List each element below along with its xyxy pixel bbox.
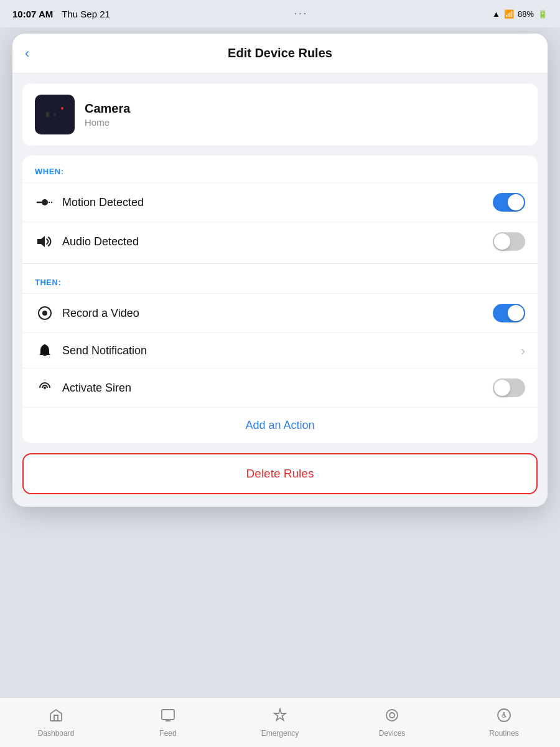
nav-feed[interactable]: Feed: [112, 708, 224, 738]
when-label: WHEN:: [22, 156, 538, 182]
record-video-toggle[interactable]: [493, 304, 525, 322]
emergency-label: Emergency: [261, 729, 299, 738]
send-notification-label: Send Notification: [62, 344, 521, 357]
svg-point-4: [54, 114, 55, 115]
send-notification-chevron: ›: [521, 344, 525, 358]
location-icon: ▲: [492, 9, 500, 19]
battery-icon: 🔋: [538, 9, 548, 19]
svg-text:C: C: [502, 713, 506, 719]
status-date: Thu Sep 21: [62, 9, 110, 19]
bell-icon: [35, 343, 55, 358]
bottom-nav: Dashboard Feed Emergency Devices: [0, 697, 560, 747]
status-time: 10:07 AM: [12, 9, 53, 19]
add-action-section: Add an Action: [22, 407, 538, 443]
activate-siren-toggle[interactable]: [493, 378, 525, 397]
three-dots-icon: ···: [294, 8, 308, 19]
then-label: THEN:: [22, 266, 538, 293]
svg-point-13: [44, 387, 46, 389]
audio-detected-row: Audio Detected: [22, 222, 538, 261]
audio-detected-toggle[interactable]: [493, 232, 525, 251]
feed-label: Feed: [159, 729, 176, 738]
audio-icon: [35, 235, 55, 248]
add-action-button[interactable]: Add an Action: [245, 419, 314, 431]
audio-detected-label: Audio Detected: [62, 235, 493, 248]
svg-point-8: [42, 199, 48, 205]
battery-label: 88%: [518, 9, 534, 19]
feed-icon: [161, 708, 175, 726]
motion-icon: [35, 195, 55, 209]
emergency-icon: [273, 708, 287, 726]
delete-rules-wrap: Delete Rules: [22, 453, 538, 494]
activate-siren-label: Activate Siren: [62, 382, 493, 395]
send-notification-row[interactable]: Send Notification ›: [22, 332, 538, 368]
when-then-divider: [22, 263, 538, 264]
modal-title: Edit Device Rules: [228, 46, 332, 60]
device-location: Home: [85, 117, 130, 128]
routines-icon: C: [497, 708, 511, 726]
devices-label: Devices: [379, 729, 406, 738]
svg-rect-5: [46, 112, 49, 117]
motion-detected-row: Motion Detected: [22, 182, 538, 222]
delete-rules-button[interactable]: Delete Rules: [22, 453, 538, 494]
svg-point-18: [390, 713, 394, 718]
svg-point-12: [42, 311, 47, 316]
status-bar: 10:07 AM Thu Sep 21 ··· ▲ 📶 88% 🔋: [0, 0, 560, 27]
rules-section: WHEN: Motion Detected: [22, 156, 538, 443]
modal-header: ‹ Edit Device Rules: [12, 34, 548, 73]
nav-emergency[interactable]: Emergency: [224, 708, 336, 738]
device-name: Camera: [85, 101, 130, 116]
dashboard-icon: [49, 708, 63, 726]
content-area: ‹ Edit Device Rules Camera Home: [0, 27, 560, 697]
motion-detected-toggle[interactable]: [493, 193, 525, 212]
record-video-row: Record a Video: [22, 293, 538, 332]
siren-icon: [35, 381, 55, 395]
device-card: Camera Home: [22, 83, 538, 146]
status-icons: ▲ 📶 88% 🔋: [492, 9, 548, 19]
record-video-label: Record a Video: [62, 307, 493, 320]
dashboard-label: Dashboard: [38, 729, 75, 738]
device-info: Camera Home: [85, 101, 130, 128]
activate-siren-row: Activate Siren: [22, 368, 538, 407]
edit-rules-modal: ‹ Edit Device Rules Camera Home: [12, 34, 548, 507]
back-button[interactable]: ‹: [25, 45, 29, 62]
camera-image: [35, 95, 75, 134]
svg-point-17: [386, 710, 398, 721]
routines-label: Routines: [489, 729, 518, 738]
nav-dashboard[interactable]: Dashboard: [0, 708, 112, 738]
motion-detected-label: Motion Detected: [62, 196, 493, 209]
nav-devices[interactable]: Devices: [336, 708, 448, 738]
wifi-icon: 📶: [504, 9, 514, 19]
svg-rect-14: [162, 710, 174, 720]
devices-icon: [385, 708, 399, 726]
nav-routines[interactable]: C Routines: [448, 708, 560, 738]
svg-marker-10: [37, 236, 45, 247]
svg-point-6: [61, 107, 63, 110]
record-icon: [35, 306, 55, 321]
